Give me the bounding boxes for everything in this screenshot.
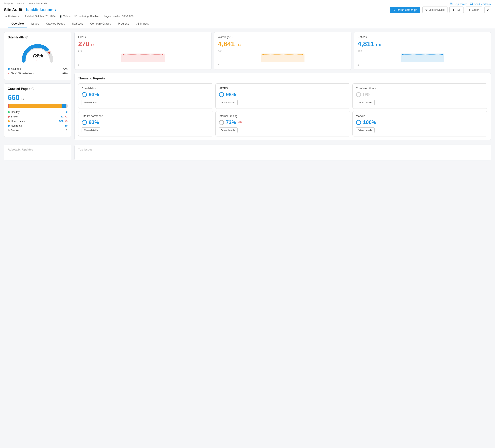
warnings-value-row: 4,841 +47 bbox=[218, 40, 347, 48]
site-health-info-icon[interactable]: ⓘ bbox=[25, 36, 28, 39]
pb-redirects bbox=[62, 104, 66, 108]
healthy-row: Healthy 2 bbox=[8, 111, 68, 113]
settings-icon: ⚙ bbox=[486, 8, 489, 11]
pdf-icon: ⬆ bbox=[453, 8, 454, 11]
warnings-chart: 4.8K 0 bbox=[218, 50, 347, 66]
tab-statistics[interactable]: Statistics bbox=[69, 20, 87, 28]
blocked-label: Blocked bbox=[11, 129, 20, 132]
notices-chart-zero: 0 bbox=[358, 64, 487, 66]
site-audit-label: Site Audit: bbox=[4, 8, 24, 12]
top10-label: Top-10% websites bbox=[11, 72, 32, 75]
crawled-pages-info-icon[interactable]: ⓘ bbox=[31, 87, 34, 91]
crawled-pages-card: Crawled Pages ⓘ 660 +7 Healthy bbox=[4, 83, 71, 137]
site-health-title: Site Health bbox=[8, 36, 24, 39]
domain-link[interactable]: backlinko.com ▾ bbox=[26, 8, 56, 12]
crawled-progress-bar bbox=[8, 104, 68, 108]
svg-point-14 bbox=[402, 54, 403, 56]
warnings-chart-zero: 0 bbox=[218, 64, 347, 66]
thematic-site-performance: Site Performance 93% View details bbox=[78, 111, 213, 137]
errors-value: 270 bbox=[78, 40, 89, 48]
internal-linking-view-btn[interactable]: View details bbox=[219, 127, 238, 133]
breadcrumb: Projects › backlinko.com › Site Audit bbox=[4, 2, 491, 5]
broken-delta: +2 bbox=[65, 115, 68, 118]
top10-row: ▼ Top-10% websites ▾ 92% bbox=[8, 72, 68, 75]
have-issues-delta: +5 bbox=[65, 120, 68, 123]
broken-dot bbox=[8, 116, 10, 118]
send-feedback-link[interactable]: Send feedback bbox=[470, 2, 491, 6]
your-site-dot bbox=[8, 68, 10, 70]
crawled-delta: +7 bbox=[21, 97, 24, 101]
crawlability-value: 93% bbox=[89, 92, 99, 98]
svg-point-20 bbox=[357, 93, 361, 97]
gauge-delta: -1 bbox=[32, 59, 43, 62]
top10-chevron[interactable]: ▾ bbox=[32, 72, 34, 75]
have-issues-val: 596 bbox=[59, 120, 64, 123]
svg-rect-12 bbox=[400, 54, 444, 62]
top10-icon: ▼ bbox=[8, 72, 10, 75]
errors-delta: +7 bbox=[91, 43, 94, 47]
thematic-https: HTTPS 98% View details bbox=[215, 83, 350, 109]
tab-progress[interactable]: Progress bbox=[114, 20, 133, 28]
thematic-reports-section: Thematic Reports Crawlability 93% View d bbox=[74, 73, 491, 140]
svg-point-25 bbox=[357, 120, 361, 125]
tab-crawled-pages[interactable]: Crawled Pages bbox=[42, 20, 69, 28]
looker-studio-button[interactable]: ⚙ Looker Studio bbox=[422, 7, 447, 13]
device-meta: 📱 Mobile bbox=[59, 15, 70, 18]
site-health-card: Site Health ⓘ 73% -1 bbox=[4, 32, 71, 80]
svg-rect-8 bbox=[261, 54, 304, 62]
notices-info-icon[interactable]: ⓘ bbox=[368, 35, 370, 39]
markup-label: Markup bbox=[356, 114, 484, 118]
robots-updates-card: Robots.txt Updates bbox=[4, 145, 71, 160]
broken-val: 11 bbox=[61, 115, 63, 118]
breadcrumb-projects[interactable]: Projects bbox=[4, 2, 13, 5]
warnings-label-row: Warnings ⓘ bbox=[218, 35, 347, 39]
blocked-val: 1 bbox=[66, 129, 68, 132]
looker-icon: ⚙ bbox=[425, 8, 428, 11]
thematic-internal-linking: Internal Linking 72% -1% View details bbox=[215, 111, 350, 137]
markup-view-btn[interactable]: View details bbox=[356, 127, 375, 133]
warnings-info-icon[interactable]: ⓘ bbox=[231, 35, 233, 39]
rerun-campaign-button[interactable]: ↻ Rerun campaign bbox=[390, 7, 420, 13]
breadcrumb-domain[interactable]: backlinko.com bbox=[16, 2, 33, 5]
site-performance-value-row: 93% bbox=[82, 119, 210, 125]
tab-js-impact[interactable]: JS Impact bbox=[133, 20, 152, 28]
core-web-vitals-view-btn[interactable]: View details bbox=[356, 100, 375, 105]
crawled-number: 660 bbox=[8, 94, 20, 102]
broken-label: Broken bbox=[11, 115, 19, 118]
notices-chart-max: 4.8K bbox=[358, 50, 487, 52]
site-performance-view-btn[interactable]: View details bbox=[82, 127, 100, 133]
notices-chart: 4.8K 0 bbox=[358, 50, 487, 66]
your-site-val: 73% bbox=[62, 67, 68, 70]
breadcrumb-sep2: › bbox=[34, 2, 35, 5]
tab-overview[interactable]: Overview bbox=[8, 20, 27, 28]
crawlability-label: Crawlability bbox=[82, 87, 210, 90]
markup-value: 100% bbox=[363, 119, 376, 125]
crawlability-view-btn[interactable]: View details bbox=[82, 100, 100, 105]
broken-row: Broken 11 +2 bbox=[8, 115, 68, 118]
errors-info-icon[interactable]: ⓘ bbox=[87, 35, 89, 39]
svg-rect-4 bbox=[121, 54, 165, 62]
internal-linking-circle-icon bbox=[219, 120, 224, 125]
domain-dropdown-arrow[interactable]: ▾ bbox=[55, 9, 56, 12]
export-button[interactable]: ⬆ Export bbox=[466, 7, 482, 13]
domain-meta: backlinko.com bbox=[4, 15, 20, 18]
your-site-row: Your site 73% bbox=[8, 67, 68, 70]
svg-point-17 bbox=[82, 93, 86, 97]
https-value-row: 98% bbox=[219, 92, 347, 98]
svg-point-10 bbox=[262, 54, 264, 56]
https-label: HTTPS bbox=[219, 87, 347, 90]
svg-point-11 bbox=[302, 54, 303, 56]
thematic-title: Thematic Reports bbox=[78, 77, 487, 80]
svg-rect-0 bbox=[450, 3, 452, 5]
tab-compare-crawls[interactable]: Compare Crawls bbox=[87, 20, 114, 28]
pdf-button[interactable]: ⬆ PDF bbox=[450, 7, 464, 13]
updated-meta: Updated: Sat, Mar 23, 2024 bbox=[24, 15, 55, 18]
help-center-link[interactable]: Help center bbox=[450, 2, 467, 6]
https-view-btn[interactable]: View details bbox=[219, 100, 238, 105]
blocked-row: Blocked 1 bbox=[8, 129, 68, 132]
your-site-label: Your site bbox=[11, 67, 21, 70]
settings-button[interactable]: ⚙ bbox=[484, 7, 491, 13]
redirects-row: Redirects 50 bbox=[8, 124, 68, 127]
blocked-dot bbox=[8, 129, 10, 131]
tab-issues[interactable]: Issues bbox=[27, 20, 42, 28]
